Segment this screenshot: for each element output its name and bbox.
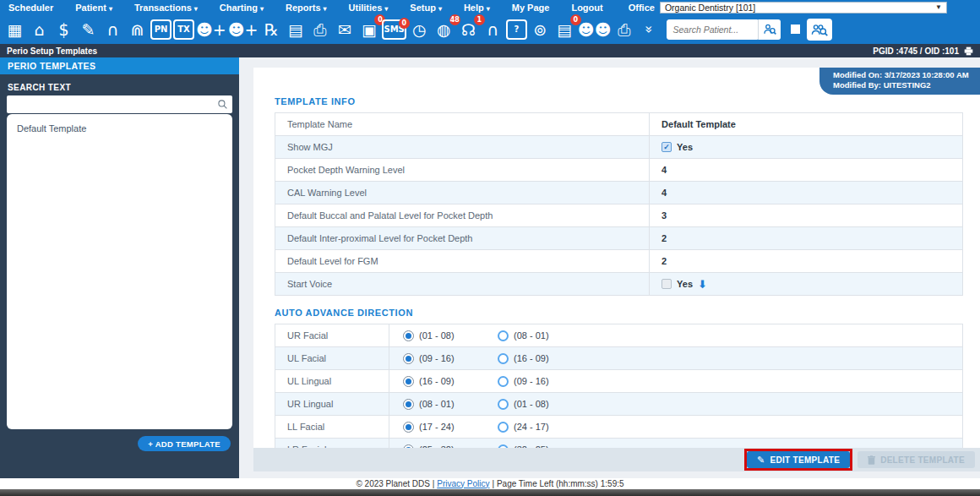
row-value: 4 xyxy=(650,165,667,175)
online-patients-icon[interactable]: ◍48 xyxy=(433,18,455,41)
treatment-plan-icon[interactable]: TX xyxy=(173,19,194,40)
radio-button[interactable] xyxy=(498,330,509,341)
delete-template-button[interactable]: DELETE TEMPLATE xyxy=(858,451,975,468)
menu-item-utilities[interactable]: Utilities▾ xyxy=(349,3,389,13)
menu-item-patient[interactable]: Patient▾ xyxy=(75,3,112,13)
patient-search-box xyxy=(667,19,781,40)
down-arrow-icon[interactable]: ⬇ xyxy=(698,278,707,291)
home-icon[interactable]: ⌂ xyxy=(28,18,51,41)
tooth-question-icon[interactable]: ? xyxy=(506,19,527,40)
radio-button[interactable] xyxy=(498,376,509,387)
auto-advance-row: UL Lingual(16 - 09)(09 - 16) xyxy=(275,370,962,393)
pgid-oid-text: PGID :4745 / OID :101 xyxy=(873,46,959,56)
footer: © 2023 Planet DDS | Privacy Policy | Pag… xyxy=(0,478,980,489)
bottom-dark-bar xyxy=(0,489,980,496)
web-cursor-icon[interactable]: ⊚ xyxy=(529,18,552,41)
privacy-policy-link[interactable]: Privacy Policy xyxy=(437,479,489,488)
chevron-down-icon: ▾ xyxy=(194,5,198,13)
progress-notes-icon[interactable]: PN xyxy=(150,19,172,40)
menu-item-my-page[interactable]: My Page xyxy=(512,3,550,13)
sms-icon[interactable]: SMS0 xyxy=(382,19,406,40)
edit-template-label: EDIT TEMPLATE xyxy=(770,455,841,465)
row-label: UL Lingual xyxy=(275,370,389,392)
template-info-row: Default Level for FGM2 xyxy=(275,250,962,273)
printer2-icon[interactable]: ⎙ xyxy=(612,18,635,41)
menu-item-setup[interactable]: Setup▾ xyxy=(410,3,442,13)
menu-item-reports[interactable]: Reports▾ xyxy=(286,3,327,13)
auto-advance-row: UL Facial(09 - 16)(16 - 09) xyxy=(275,347,962,370)
notes-document-icon[interactable]: ▤ xyxy=(284,18,307,41)
radio-option: (09 - 16) xyxy=(484,376,579,387)
rx-prescriptions-icon[interactable]: ℞ xyxy=(259,18,282,41)
edit-template-highlight: ✎ EDIT TEMPLATE xyxy=(744,449,852,471)
radio-button[interactable] xyxy=(498,422,509,433)
auto-advance-row: UR Lingual(08 - 01)(01 - 08) xyxy=(275,393,962,416)
menu-items: SchedulerPatient▾Transactions▾Charting▾R… xyxy=(8,3,625,13)
menu-item-help[interactable]: Help▾ xyxy=(464,3,490,13)
row-label: Default Level for FGM xyxy=(275,250,650,272)
patient-search-input[interactable] xyxy=(667,19,758,40)
template-list-item[interactable]: Default Template xyxy=(7,121,232,136)
patient-search-icon[interactable] xyxy=(758,19,781,40)
checkbox[interactable]: ✓ xyxy=(662,142,672,152)
charting-pencil-icon[interactable]: ✎ xyxy=(77,18,100,41)
radio-label: (09 - 16) xyxy=(514,376,549,386)
transactions-dollar-icon[interactable]: $ xyxy=(52,18,75,41)
chevron-down-icon: ▾ xyxy=(438,5,442,13)
print-icon[interactable]: ⎙ xyxy=(308,18,331,41)
tooth-chart-icon[interactable]: ∩ xyxy=(101,18,124,41)
checkbox[interactable] xyxy=(662,279,672,289)
office-select[interactable]: Organic Dentistry [101] ▼ xyxy=(660,2,947,14)
tooth-white-icon[interactable]: ∩ xyxy=(482,18,504,41)
time-clock-icon[interactable]: ◷ xyxy=(408,18,431,41)
radio-button[interactable] xyxy=(498,399,509,410)
row-label: Pocket Depth Warning Level xyxy=(275,159,650,181)
group-search-icon[interactable] xyxy=(807,19,832,41)
menu-item-scheduler[interactable]: Scheduler xyxy=(8,3,53,13)
radio-option: (01 - 08) xyxy=(484,399,579,410)
radio-label: (17 - 24) xyxy=(419,422,455,432)
menu-item-charting[interactable]: Charting▾ xyxy=(220,3,264,13)
radio-option: (09 - 16) xyxy=(389,353,484,364)
radio-label: (08 - 01) xyxy=(514,330,549,341)
radio-button[interactable] xyxy=(498,353,509,364)
row-label: Show MGJ xyxy=(275,136,650,158)
template-info-row: CAL Warning Level4 xyxy=(275,182,962,204)
person-magnifier-icon xyxy=(763,23,776,36)
chevron-down-icon: ▾ xyxy=(324,5,327,13)
add-template-button[interactable]: + ADD TEMPLATE xyxy=(138,436,231,451)
support-headset-icon[interactable]: ☊1 xyxy=(457,18,480,41)
radio-button[interactable] xyxy=(403,330,414,341)
perio-templates-sidebar: PERIO TEMPLATES SEARCH TEXT Default Temp… xyxy=(0,57,239,482)
radio-option: (08 - 01) xyxy=(389,399,484,410)
office-label: Office xyxy=(629,3,655,13)
radio-button[interactable] xyxy=(403,376,414,387)
scheduler-calendar-icon[interactable]: ▦ xyxy=(3,18,26,41)
row-label: UR Facial xyxy=(275,324,389,346)
add-appointment-icon[interactable]: ☻+ xyxy=(228,18,259,41)
search-filter-checkbox[interactable] xyxy=(791,25,800,34)
radio-button[interactable] xyxy=(403,422,414,433)
radio-button[interactable] xyxy=(403,353,414,364)
collapse-chevrons-icon[interactable]: » xyxy=(637,18,661,41)
row-value: 3 xyxy=(650,210,667,221)
radio-option: (16 - 09) xyxy=(389,376,484,387)
add-patient-icon[interactable]: ☻+ xyxy=(196,18,226,41)
menu-item-transactions[interactable]: Transactions▾ xyxy=(134,3,198,13)
perio-chart-icon[interactable]: ⋒ xyxy=(126,18,149,41)
printer-icon[interactable] xyxy=(964,46,973,56)
footer-sep1: | xyxy=(430,479,434,488)
radio-button[interactable] xyxy=(403,399,414,410)
mail-icon[interactable]: ✉ xyxy=(333,18,356,41)
chat-icon[interactable]: ▣0 xyxy=(357,18,380,41)
menu-item-logout[interactable]: Logout xyxy=(571,3,602,13)
edit-template-button[interactable]: ✎ EDIT TEMPLATE xyxy=(747,451,850,468)
patient-group-icon[interactable]: ☻☻ xyxy=(578,18,612,41)
modified-banner: Modified On: 3/17/2023 10:28:00 AM Modif… xyxy=(819,68,980,95)
row-label: Default Inter-proximal Level for Pocket … xyxy=(275,227,650,249)
claims-document-icon[interactable]: ▤0 xyxy=(553,18,576,41)
radio-label: (09 - 16) xyxy=(419,353,455,363)
template-search-input[interactable] xyxy=(7,95,232,113)
template-info-row: Show MGJ✓Yes xyxy=(275,136,962,159)
search-text-label: SEARCH TEXT xyxy=(8,83,239,92)
